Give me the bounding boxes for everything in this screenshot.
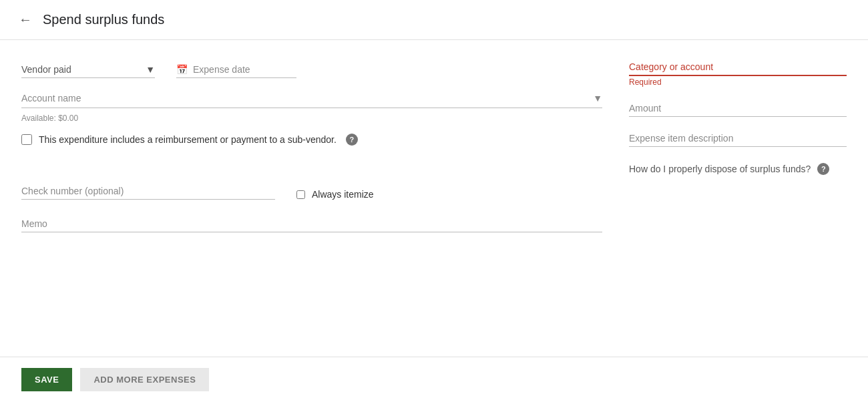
account-name-select[interactable]: Account name ▼ <box>21 89 602 108</box>
account-dropdown-arrow-icon: ▼ <box>593 93 602 104</box>
back-button[interactable]: ← <box>16 9 35 30</box>
sub-vendor-label: This expenditure includes a reimbursemen… <box>39 134 337 145</box>
amount-input[interactable] <box>629 100 847 117</box>
how-to-row: How do I properly dispose of surplus fun… <box>629 163 847 175</box>
account-name-row: Account name ▼ <box>21 89 602 108</box>
always-itemize-checkbox[interactable] <box>296 190 305 199</box>
always-itemize-row: Always itemize <box>296 189 374 200</box>
check-number-input[interactable] <box>21 183 275 200</box>
vendor-paid-field: Vendor paid ▼ <box>21 61 155 78</box>
page-title: Spend surplus funds <box>43 12 164 27</box>
lower-row: Always itemize <box>21 183 602 200</box>
calendar-icon: 📅 <box>176 64 188 75</box>
amount-field <box>629 100 847 117</box>
sub-vendor-help-icon[interactable]: ? <box>346 134 358 146</box>
memo-input[interactable] <box>21 216 602 232</box>
how-to-help-icon[interactable]: ? <box>817 163 829 175</box>
required-text: Required <box>629 77 847 87</box>
page-header: ← Spend surplus funds <box>0 0 868 40</box>
expense-date-field: 📅 Expense date <box>176 61 296 78</box>
save-button[interactable]: SAVE <box>21 368 72 391</box>
top-row: Vendor paid ▼ 📅 Expense date <box>21 61 602 78</box>
expense-desc-input[interactable] <box>629 130 847 147</box>
memo-row <box>21 216 602 232</box>
check-number-field <box>21 183 275 200</box>
vendor-paid-label: Vendor paid <box>21 64 71 75</box>
available-amount: Available: $0.00 <box>21 114 602 123</box>
expense-date-select[interactable]: 📅 Expense date <box>176 61 296 78</box>
right-panel: Category or account Required How do I pr… <box>629 61 847 248</box>
expense-date-label: Expense date <box>193 64 250 75</box>
category-field: Category or account Required <box>629 61 847 100</box>
always-itemize-label: Always itemize <box>312 189 374 200</box>
how-to-label: How do I properly dispose of surplus fun… <box>629 164 811 174</box>
footer-buttons: SAVE ADD MORE EXPENSES <box>0 357 868 402</box>
sub-vendor-checkbox[interactable] <box>21 134 32 145</box>
account-name-label: Account name <box>21 93 81 104</box>
memo-field <box>21 216 602 232</box>
back-arrow-icon: ← <box>19 12 32 27</box>
sub-vendor-row: This expenditure includes a reimbursemen… <box>21 134 602 146</box>
vendor-paid-select[interactable]: Vendor paid ▼ <box>21 61 155 78</box>
left-panel: Vendor paid ▼ 📅 Expense date Account nam… <box>21 61 602 248</box>
category-label[interactable]: Category or account <box>629 61 847 76</box>
expense-desc-field <box>629 130 847 147</box>
vendor-dropdown-arrow-icon: ▼ <box>146 64 155 75</box>
add-more-expenses-button[interactable]: ADD MORE EXPENSES <box>80 368 209 391</box>
